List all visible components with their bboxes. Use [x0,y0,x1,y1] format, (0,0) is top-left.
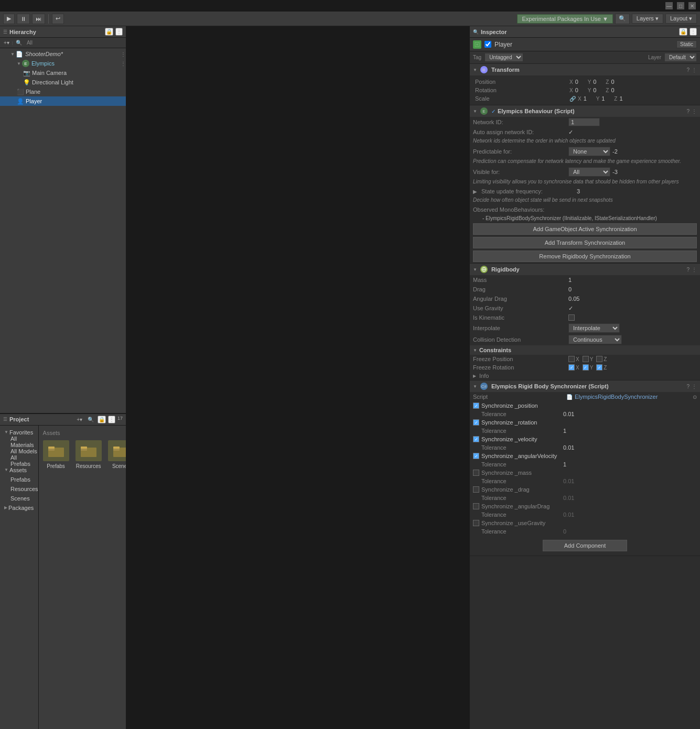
light-icon: 💡 [23,79,30,86]
state-update-prop: ▶ State update frequency: 3 [470,187,700,196]
project-add-btn[interactable]: +▾ [75,416,84,423]
is-kinematic-checkbox[interactable] [568,314,575,321]
freeze-pos-z-checkbox[interactable] [596,356,602,362]
project-packages[interactable]: ▶ Packages [0,503,38,513]
rotation-value: X 0 Y 0 Z 0 [567,86,697,94]
sync-angular-drag-checkbox[interactable] [473,503,479,509]
inspector-panel: 🔍 Inspector 🔒 ⋮ Player Static Tag Un [469,26,700,729]
visible-prop: Visible for: All -3 [470,166,700,178]
experimental-packages-button[interactable]: Experimental Packages In Use ▼ [517,14,612,24]
left-panels: ☰ Hierarchy 🔒 ⋮ +▾ | 🔍 All ▼ 📄 ShooterDe… [0,26,126,729]
add-transform-sync-btn[interactable]: Add Transform Synchronization [473,237,697,248]
project-menu[interactable]: ⋮ [108,416,115,423]
play-button[interactable]: ▶ [3,14,15,24]
sync-angular-velocity-checkbox[interactable]: ✓ [473,453,479,459]
tag-dropdown[interactable]: Untagged [484,53,523,62]
collision-dropdown[interactable]: Continuous [568,335,622,344]
hierarchy-item-elympics[interactable]: ▼ E Elympics ⋮ [0,59,126,68]
transform-title: Transform [491,67,685,73]
freeze-rot-x-checkbox[interactable]: ✓ [568,364,575,371]
sync-position-checkbox[interactable]: ✓ [473,402,479,409]
minimize-button[interactable]: — [665,2,673,9]
search-button[interactable]: 🔍 [615,14,630,24]
hierarchy-add-btn[interactable]: +▾ [2,39,11,46]
layer-dropdown[interactable]: Default [664,53,697,62]
layout-button[interactable]: Layout ▾ [665,14,697,24]
sync-rotation-checkbox[interactable]: ✓ [473,419,479,426]
shooterdemo-label: ShooterDemo* [25,51,63,57]
elympics-behaviour-settings[interactable]: ⋮ [692,108,697,114]
hierarchy-menu[interactable]: ⋮ [115,28,123,36]
freeze-pos-z-item: Z [596,356,607,362]
freeze-pos-x-checkbox[interactable] [568,356,575,362]
pause-button[interactable]: ⏸ [17,14,30,24]
inspector-menu[interactable]: ⋮ [690,28,697,36]
hierarchy-item-player[interactable]: 👤 Player [0,96,126,106]
project-search-btn[interactable]: 🔍 [86,416,95,423]
shooterdemo-menu[interactable]: ⋮ [121,51,126,57]
tolerance-angular-velocity-row: Tolerance 1 [470,460,700,469]
rigid-body-sync-header[interactable]: ▼ C# Elympics Rigid Body Synchronizer (S… [470,380,700,392]
elympics-menu[interactable]: ⋮ [121,61,126,67]
interpolate-dropdown[interactable]: Interpolate [568,323,620,333]
layers-button[interactable]: Layers ▾ [632,14,663,24]
is-kinematic-label: Is Kinematic [473,314,566,321]
hierarchy-item-shooterdemo[interactable]: ▼ 📄 ShooterDemo* ⋮ [0,49,126,59]
network-id-input[interactable] [568,118,600,126]
auto-assign-label: Auto assign network ID: [473,129,566,135]
project-scenes-folder[interactable]: Scenes [0,494,38,503]
sync-mass-checkbox[interactable] [473,470,479,476]
tolerance-angular-drag-label: Tolerance [481,512,563,518]
transform-header[interactable]: ▼ ⊞ Transform ? ⋮ [470,64,700,75]
predictable-dropdown[interactable]: None [568,147,610,156]
hierarchy-search-btn[interactable]: 🔍 [14,39,24,46]
hierarchy-item-main-camera[interactable]: 📷 Main Camera [0,68,126,78]
add-component-button[interactable]: Add Component [543,540,628,551]
transform-help[interactable]: ? [686,67,690,73]
rigidbody-help[interactable]: ? [686,267,690,273]
remove-rigidbody-sync-btn[interactable]: Remove Rigidbody Synchronization [473,251,697,262]
freeze-pos-y-checkbox[interactable] [583,356,589,362]
transform-settings[interactable]: ⋮ [692,67,697,73]
predictable-label: Predictable for: [473,148,566,155]
rigidbody-header[interactable]: ▼ Rigidbody ? ⋮ [470,264,700,275]
rigidbody-settings[interactable]: ⋮ [692,267,697,273]
sync-drag-checkbox[interactable] [473,486,479,493]
gameobject-active-checkbox[interactable] [484,41,491,48]
rigid-body-sync-settings[interactable]: ⋮ [692,384,697,389]
inspector-lock[interactable]: 🔒 [679,28,687,36]
project-lock[interactable]: 🔒 [98,416,106,423]
static-button[interactable]: Static [676,40,697,48]
hierarchy-item-plane[interactable]: ⬛ Plane [0,87,126,96]
undo-button[interactable]: ↩ [52,14,64,24]
rigid-body-sync-help[interactable]: ? [686,384,690,389]
elympics-behaviour-header[interactable]: ▼ E ✓ Elympics Behaviour (Script) ? ⋮ [470,105,700,117]
rotation-x: 0 [575,87,586,93]
close-button[interactable]: ✕ [688,2,696,9]
freeze-position-row: Freeze Position X Y Z [470,355,700,363]
asset-prefabs[interactable]: Prefabs [43,440,69,469]
hierarchy-item-directional-light[interactable]: 💡 Directional Light [0,78,126,87]
visible-dropdown[interactable]: All [568,167,610,177]
sync-use-gravity-checkbox[interactable] [473,520,479,526]
sync-angular-drag-row: Synchronize _angularDrag [470,502,700,510]
elympics-behaviour-help[interactable]: ? [686,108,690,114]
scenes-folder-label: Scenes [10,495,30,502]
network-id-prop: Network ID: [470,117,700,127]
step-button[interactable]: ⏭ [32,14,45,24]
freeze-rot-z-checkbox[interactable]: ✓ [596,364,602,371]
add-gameobject-sync-btn[interactable]: Add GameObject Active Synchronization [473,223,697,235]
sync-velocity-checkbox[interactable]: ✓ [473,436,479,442]
maximize-button[interactable]: □ [677,2,684,9]
project-all-prefabs[interactable]: All Prefabs [0,456,38,465]
freeze-rot-y-checkbox[interactable]: ✓ [583,364,589,371]
info-row[interactable]: ▶ Info [470,372,700,380]
hierarchy-lock[interactable]: 🔒 [105,28,113,36]
project-all-materials[interactable]: All Materials [0,437,38,447]
asset-resources[interactable]: Resources [76,440,102,469]
project-resources-folder[interactable]: Resources [0,484,38,494]
project-prefabs-folder[interactable]: Prefabs [0,475,38,484]
constraints-header[interactable]: ▼ Constraints [470,345,700,355]
freeze-pos-y-item: Y [583,356,594,362]
predictable-prop: Predictable for: None -2 [470,146,700,157]
